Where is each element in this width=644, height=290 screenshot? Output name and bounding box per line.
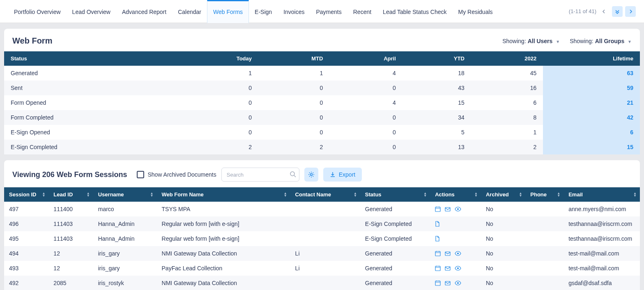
sessions-col-status[interactable]: Status▲▼: [360, 187, 430, 202]
svg-point-7: [457, 253, 459, 254]
webform-stats-panel: Web Form Showing: All Users ▼ Showing: A…: [4, 29, 640, 154]
sessions-col-contact-name[interactable]: Contact Name▲▼: [290, 187, 360, 202]
page-title: Web Form: [12, 36, 52, 46]
sessions-col-phone[interactable]: Phone▲▼: [525, 187, 564, 202]
tab-recent[interactable]: Recent: [347, 0, 377, 23]
sessions-title: Viewing 206 Web Form Sessions: [12, 170, 127, 179]
sessions-col-archived[interactable]: Archived▲▼: [481, 187, 525, 202]
table-row[interactable]: 497111400marcoTSYS MPAGeneratedNoanne.my…: [4, 202, 640, 216]
tab-advanced-report[interactable]: Advanced Report: [116, 0, 172, 23]
tab-calendar[interactable]: Calendar: [172, 0, 207, 23]
show-archived-checkbox[interactable]: Show Archived Documents: [137, 171, 216, 178]
svg-point-10: [457, 267, 459, 269]
table-row[interactable]: 49412iris_garyNMI Gateway Data Collectio…: [4, 246, 640, 261]
calendar-icon[interactable]: [435, 280, 441, 286]
mail-icon[interactable]: [445, 206, 451, 212]
svg-rect-2: [435, 207, 440, 212]
svg-point-4: [457, 208, 459, 210]
tab-payments[interactable]: Payments: [310, 0, 347, 23]
stats-col-2022: 2022: [471, 51, 543, 66]
stats-col-april: April: [329, 51, 402, 66]
stats-row: Sent000431659: [4, 81, 640, 95]
pager-range: (1-11 of 41): [569, 8, 596, 14]
table-row[interactable]: 4922085iris_rostykNMI Gateway Data Colle…: [4, 276, 640, 290]
svg-rect-8: [435, 266, 440, 271]
stats-table: StatusTodayMTDAprilYTD2022Lifetime Gener…: [4, 51, 640, 154]
gear-icon: [308, 171, 315, 178]
sort-icon: ▲▼: [150, 192, 154, 197]
mail-icon[interactable]: [445, 265, 451, 271]
stats-col-mtd: MTD: [258, 51, 329, 66]
export-button[interactable]: Export: [323, 168, 362, 182]
svg-point-1: [310, 174, 312, 176]
mail-icon[interactable]: [445, 251, 451, 256]
sort-icon: ▲▼: [423, 192, 427, 197]
doc-icon[interactable]: [435, 236, 440, 242]
doc-icon[interactable]: [435, 221, 440, 227]
users-filter-dropdown[interactable]: Showing: All Users ▼: [502, 38, 560, 44]
top-nav-tabs: Portfolio OverviewLead OverviewAdvanced …: [0, 0, 644, 23]
sessions-col-lead-id[interactable]: Lead ID▲▼: [48, 187, 93, 202]
svg-point-0: [290, 172, 294, 176]
svg-point-13: [457, 282, 459, 284]
eye-icon[interactable]: [455, 251, 461, 256]
sessions-col-actions[interactable]: Actions▲▼: [430, 187, 481, 202]
calendar-icon[interactable]: [435, 206, 441, 212]
stats-row: Form Opened00415621: [4, 95, 640, 110]
sort-icon: ▲▼: [633, 192, 637, 197]
calendar-icon[interactable]: [435, 251, 441, 256]
eye-icon[interactable]: [455, 280, 461, 286]
stats-row: E-Sign Opened000516: [4, 125, 640, 140]
sessions-col-username[interactable]: Username▲▼: [93, 187, 157, 202]
checkbox-icon: [137, 171, 144, 178]
table-row[interactable]: 495111403Hanna_AdminRegular web form [wi…: [4, 231, 640, 246]
pager-collapse-button[interactable]: [612, 6, 623, 17]
svg-rect-5: [435, 251, 440, 256]
calendar-icon[interactable]: [435, 265, 441, 271]
stats-row: Generated114184563: [4, 66, 640, 81]
search-input[interactable]: [221, 168, 299, 182]
settings-button[interactable]: [304, 168, 318, 182]
groups-filter-dropdown[interactable]: Showing: All Groups ▼: [570, 38, 632, 44]
pager: (1-11 of 41): [569, 6, 636, 17]
mail-icon[interactable]: [445, 280, 451, 286]
tab-lead-table-status-check[interactable]: Lead Table Status Check: [377, 0, 452, 23]
tab-e-sign[interactable]: E-Sign: [249, 0, 278, 23]
sessions-col-session-id[interactable]: Session ID▲▼: [4, 187, 48, 202]
table-row[interactable]: 496111403Hanna_AdminRegular web form [wi…: [4, 216, 640, 231]
tab-lead-overview[interactable]: Lead Overview: [67, 0, 116, 23]
stats-col-lifetime: Lifetime: [543, 51, 640, 66]
search-icon: [290, 171, 296, 177]
sort-icon: ▲▼: [474, 192, 478, 197]
sort-icon: ▲▼: [519, 192, 522, 197]
chevron-down-icon: ▼: [556, 39, 560, 44]
stats-col-ytd: YTD: [402, 51, 471, 66]
sessions-table: Session ID▲▼Lead ID▲▼Username▲▼Web Form …: [4, 187, 640, 290]
stats-row: Form Completed00034842: [4, 110, 640, 125]
eye-icon[interactable]: [455, 265, 461, 271]
sort-icon: ▲▼: [557, 192, 560, 197]
stats-row: E-Sign Completed22013215: [4, 140, 640, 154]
sort-icon: ▲▼: [284, 192, 287, 197]
stats-col-status: Status: [4, 51, 176, 66]
stats-col-today: Today: [176, 51, 258, 66]
chevron-down-icon: ▼: [628, 39, 632, 44]
sessions-panel: Viewing 206 Web Form Sessions Show Archi…: [4, 160, 640, 290]
sort-icon: ▲▼: [42, 192, 45, 197]
eye-icon[interactable]: [455, 206, 461, 212]
sort-icon: ▲▼: [354, 192, 357, 197]
sort-icon: ▲▼: [87, 192, 90, 197]
pager-prev-button[interactable]: [599, 6, 610, 17]
download-icon: [330, 172, 336, 177]
tab-my-residuals[interactable]: My Residuals: [453, 0, 499, 23]
pager-next-button[interactable]: [625, 6, 636, 17]
tab-web-forms[interactable]: Web Forms: [207, 0, 249, 23]
sessions-col-email[interactable]: Email▲▼: [564, 187, 640, 202]
svg-rect-11: [435, 281, 440, 285]
table-row[interactable]: 49312iris_garyPayFac Lead CollectionLiGe…: [4, 261, 640, 276]
tab-invoices[interactable]: Invoices: [278, 0, 310, 23]
sessions-col-web-form-name[interactable]: Web Form Name▲▼: [157, 187, 290, 202]
tab-portfolio-overview[interactable]: Portfolio Overview: [8, 0, 67, 23]
